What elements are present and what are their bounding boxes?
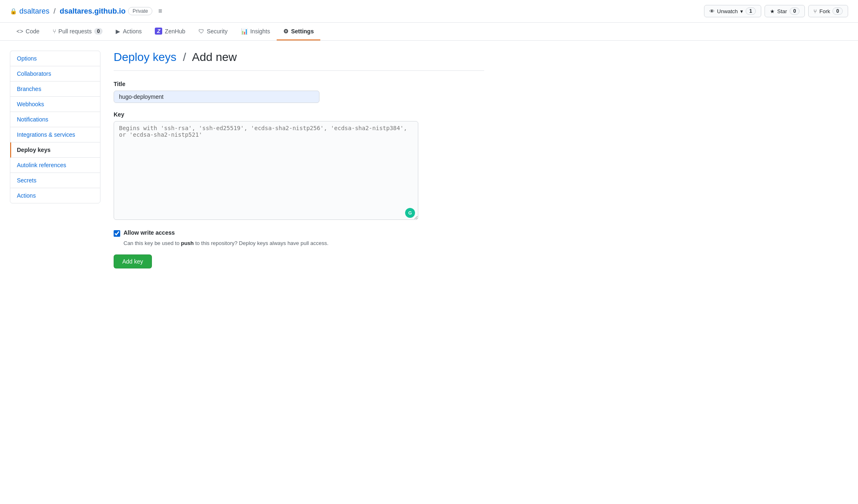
sidebar-item-webhooks[interactable]: Webhooks [10,97,100,112]
pull-request-icon: ⑂ [53,28,56,35]
sidebar-item-integrations[interactable]: Integrations & services [10,127,100,142]
tab-actions-label: Actions [123,28,142,35]
breadcrumb-current: Add new [192,51,237,63]
tab-security[interactable]: 🛡 Security [192,23,234,40]
title-divider [114,70,484,71]
unwatch-count: 1 [746,7,756,15]
sidebar-item-secrets[interactable]: Secrets [10,173,100,188]
allow-write-checkbox[interactable] [114,230,120,237]
tab-actions[interactable]: ▶ Actions [109,23,148,40]
private-badge: Private [128,7,152,15]
fork-button[interactable]: ⑂ Fork 0 [808,5,848,17]
title-input[interactable] [114,91,319,103]
repo-owner-link[interactable]: dsaltares [19,7,49,16]
page-title: Deploy keys / Add new [114,51,484,64]
tab-pull-requests[interactable]: ⑂ Pull requests 0 [46,23,110,40]
title-form-group: Title [114,81,484,103]
fork-label: Fork [819,8,830,14]
star-label: Star [777,8,787,14]
sidebar-item-options[interactable]: Options [10,51,100,66]
fork-icon: ⑂ [814,8,817,14]
repo-name-link[interactable]: dsaltares.github.io [60,7,126,16]
tab-insights[interactable]: 📊 Insights [234,23,277,40]
sidebar-item-actions[interactable]: Actions [10,188,100,203]
sidebar-item-deploy-keys[interactable]: Deploy keys [10,142,100,158]
title-label: Title [114,81,484,87]
breadcrumb-link[interactable]: Deploy keys [114,51,177,63]
key-form-group: Key G [114,111,484,221]
push-bold: push [181,240,194,246]
tab-code[interactable]: <> Code [10,23,46,40]
tab-settings-label: Settings [291,28,314,35]
settings-sidebar: Options Collaborators Branches Webhooks … [10,51,100,203]
tab-zenhub-label: ZenHub [165,28,185,35]
repo-separator: / [54,7,56,16]
security-icon: 🛡 [198,28,204,35]
eye-icon: 👁 [709,8,715,14]
repo-nav: <> Code ⑂ Pull requests 0 ▶ Actions Z Ze… [0,23,858,41]
menu-icon[interactable]: ≡ [158,7,162,15]
allow-write-row: Allow write access [114,229,484,237]
add-key-button[interactable]: Add key [114,254,152,268]
tab-settings[interactable]: ⚙ Settings [277,23,320,40]
grammarly-icon: G [405,208,415,218]
key-textarea[interactable] [114,121,418,220]
sidebar-item-branches[interactable]: Branches [10,82,100,97]
unwatch-label: Unwatch [717,8,738,14]
insights-icon: 📊 [241,28,248,35]
key-label: Key [114,111,484,118]
unwatch-dropdown-icon: ▾ [740,8,743,14]
tab-pull-requests-label: Pull requests [58,28,92,35]
star-icon: ★ [770,8,775,14]
actions-icon: ▶ [116,28,120,35]
pull-requests-badge: 0 [94,28,103,35]
repo-title: 🔒 dsaltares / dsaltares.github.io Privat… [10,7,704,16]
unwatch-button[interactable]: 👁 Unwatch ▾ 1 [704,5,761,17]
breadcrumb-separator: / [183,51,186,63]
tab-zenhub[interactable]: Z ZenHub [148,23,192,40]
fork-count: 0 [832,7,843,15]
allow-write-label[interactable]: Allow write access [124,229,175,236]
key-textarea-wrapper: G [114,121,418,221]
header-actions: 👁 Unwatch ▾ 1 ★ Star 0 ⑂ Fork 0 [704,5,848,17]
settings-icon: ⚙ [283,28,289,35]
main-content: Options Collaborators Branches Webhooks … [0,41,494,278]
tab-code-label: Code [26,28,39,35]
sidebar-item-collaborators[interactable]: Collaborators [10,66,100,82]
code-icon: <> [16,28,23,35]
repo-header: 🔒 dsaltares / dsaltares.github.io Privat… [0,0,858,23]
tab-insights-label: Insights [250,28,270,35]
sidebar-item-autolink[interactable]: Autolink references [10,158,100,173]
tab-security-label: Security [207,28,228,35]
zenhub-icon: Z [155,28,162,35]
content-area: Deploy keys / Add new Title Key G Allow … [114,51,484,268]
star-button[interactable]: ★ Star 0 [765,5,805,17]
allow-write-desc: Can this key be used to push to this rep… [124,240,484,246]
sidebar-item-notifications[interactable]: Notifications [10,112,100,127]
lock-icon: 🔒 [10,8,17,14]
star-count: 0 [790,7,800,15]
